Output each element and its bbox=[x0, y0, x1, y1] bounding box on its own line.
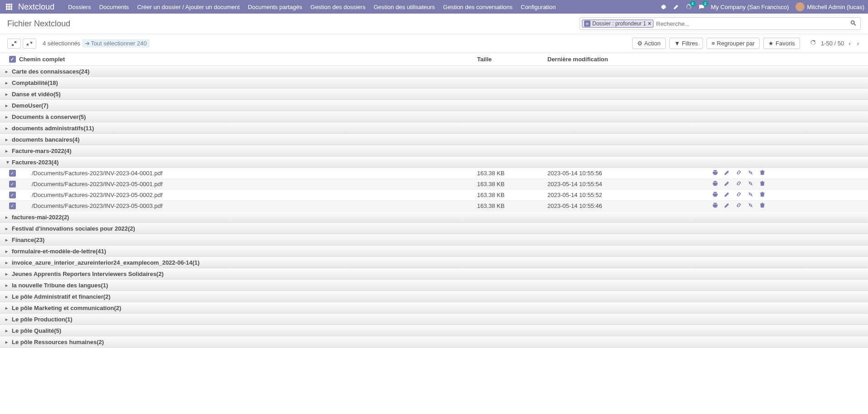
link-icon[interactable] bbox=[736, 202, 742, 210]
group-label: invoice_azure_interior_azureinterior24_e… bbox=[12, 259, 192, 266]
groupby-button[interactable]: ≡Regrouper par bbox=[707, 38, 760, 49]
bug-icon[interactable] bbox=[660, 4, 667, 10]
group-row[interactable]: ▼Factures-2023 (4) bbox=[0, 157, 868, 168]
menu-users[interactable]: Gestion des utilisateurs bbox=[374, 4, 435, 10]
menu-dossiers[interactable]: Dossiers bbox=[68, 4, 91, 10]
svg-rect-2 bbox=[10, 4, 12, 5]
expand-icon[interactable] bbox=[7, 39, 21, 49]
group-row[interactable]: ▸Jeunes Apprentis Reporters Interviewers… bbox=[0, 268, 868, 280]
file-row[interactable]: /Documents/Factures-2023/INV-2023-05-000… bbox=[0, 190, 868, 201]
row-checkbox[interactable] bbox=[9, 192, 16, 198]
unlink-icon[interactable] bbox=[747, 191, 754, 199]
caret-down-icon: ▼ bbox=[5, 160, 11, 165]
brand-title[interactable]: Nextcloud bbox=[18, 2, 54, 12]
edit-icon[interactable] bbox=[724, 169, 730, 177]
row-checkbox[interactable] bbox=[9, 181, 16, 187]
action-button[interactable]: ⚙Action bbox=[632, 38, 666, 49]
chat-icon[interactable]: 2 bbox=[698, 4, 705, 10]
select-all-checkbox[interactable] bbox=[9, 56, 16, 63]
file-row[interactable]: /Documents/Factures-2023/INV-2023-05-000… bbox=[0, 201, 868, 212]
pager-next-icon[interactable]: › bbox=[855, 39, 861, 48]
group-row[interactable]: ▸formulaire-et-modèle-de-lettre (41) bbox=[0, 246, 868, 257]
row-checkbox[interactable] bbox=[9, 202, 16, 209]
group-row[interactable]: ▸Festival d'innovations sociales pour 20… bbox=[0, 223, 868, 234]
col-header-modified[interactable]: Dernière modification bbox=[547, 56, 708, 63]
pager-prev-icon[interactable]: ‹ bbox=[847, 39, 852, 48]
collapse-icon[interactable] bbox=[23, 39, 36, 49]
file-row[interactable]: /Documents/Factures-2023/INV-2023-05-000… bbox=[0, 179, 868, 190]
apps-menu-icon[interactable] bbox=[4, 1, 15, 12]
menu-create[interactable]: Créer un dossier / Ajouter un document bbox=[137, 4, 239, 10]
group-count: (5) bbox=[78, 113, 86, 120]
filters-button[interactable]: ▼Filtres bbox=[669, 38, 703, 49]
group-row[interactable]: ▸Finance (23) bbox=[0, 234, 868, 246]
group-count: (24) bbox=[79, 68, 89, 75]
group-row[interactable]: ▸Carte des connaissaces (24) bbox=[0, 66, 868, 77]
group-row[interactable]: ▸Facture-mars-2022 (4) bbox=[0, 145, 868, 157]
col-header-size[interactable]: Taille bbox=[477, 56, 547, 63]
menu-config[interactable]: Configuration bbox=[521, 4, 556, 10]
menu-folders[interactable]: Gestion des dossiers bbox=[311, 4, 366, 10]
search-icon[interactable] bbox=[848, 20, 858, 28]
group-row[interactable]: ▸documents administratifs (11) bbox=[0, 123, 868, 134]
caret-right-icon: ▸ bbox=[5, 317, 11, 322]
edit-icon[interactable] bbox=[724, 180, 730, 188]
row-checkbox[interactable] bbox=[9, 170, 16, 177]
unlink-icon[interactable] bbox=[747, 180, 754, 188]
edit-icon[interactable] bbox=[724, 191, 730, 199]
group-row[interactable]: ▸Comptabilité (18) bbox=[0, 77, 868, 89]
group-label: Le pôle Marketing et communication bbox=[12, 305, 114, 311]
filter-tag-remove-icon[interactable]: × bbox=[648, 20, 651, 27]
link-icon[interactable] bbox=[736, 180, 742, 188]
search-filter-tag[interactable]: ≡ Dossier : profondeur 1 × bbox=[582, 20, 653, 28]
svg-rect-6 bbox=[6, 8, 8, 10]
group-row[interactable]: ▸invoice_azure_interior_azureinterior24_… bbox=[0, 257, 868, 268]
edit-icon[interactable] bbox=[673, 4, 679, 10]
svg-rect-5 bbox=[10, 6, 12, 8]
unlink-icon[interactable] bbox=[747, 169, 754, 177]
group-row[interactable]: ▸Le pôle Administratif et financier (2) bbox=[0, 291, 868, 302]
trash-icon[interactable] bbox=[759, 169, 766, 177]
svg-rect-7 bbox=[8, 8, 10, 10]
search-input[interactable] bbox=[653, 20, 848, 27]
company-selector[interactable]: My Company (San Francisco) bbox=[711, 4, 789, 10]
menu-conversations[interactable]: Gestion des conversations bbox=[443, 4, 512, 10]
user-menu[interactable]: Mitchell Admin (lucas) bbox=[795, 2, 864, 11]
trash-icon[interactable] bbox=[759, 191, 766, 199]
select-all-link[interactable]: ➔Tout sélectionner 240 bbox=[82, 39, 150, 48]
group-row[interactable]: ▸factures-mai-2022 (2) bbox=[0, 212, 868, 223]
print-icon[interactable] bbox=[712, 169, 718, 177]
pager-refresh-icon[interactable] bbox=[808, 39, 818, 48]
group-row[interactable]: ▸documents bancaires (4) bbox=[0, 134, 868, 145]
menu-shared[interactable]: Documents partagés bbox=[248, 4, 302, 10]
trash-icon[interactable] bbox=[759, 180, 766, 188]
edit-icon[interactable] bbox=[724, 202, 730, 210]
unlink-icon[interactable] bbox=[747, 202, 754, 210]
col-header-path[interactable]: Chemin complet bbox=[19, 56, 477, 63]
favorites-button[interactable]: ★Favoris bbox=[763, 38, 800, 49]
caret-right-icon: ▸ bbox=[5, 69, 11, 74]
link-icon[interactable] bbox=[736, 169, 742, 177]
search-box[interactable]: ≡ Dossier : profondeur 1 × bbox=[580, 17, 861, 30]
group-row[interactable]: ▸Le pôle Marketing et communication (2) bbox=[0, 302, 868, 314]
group-row[interactable]: ▸DemoUser (7) bbox=[0, 100, 868, 111]
group-row[interactable]: ▸Danse et vidéo (5) bbox=[0, 89, 868, 100]
group-row[interactable]: ▸Le pôle Qualité (5) bbox=[0, 325, 868, 336]
pager-text[interactable]: 1-50 / 50 bbox=[821, 40, 844, 47]
refresh-icon[interactable]: 4 bbox=[686, 4, 692, 10]
caret-right-icon: ▸ bbox=[5, 271, 11, 276]
group-row[interactable]: ▸Le pôle Ressources humaines (2) bbox=[0, 336, 868, 348]
trash-icon[interactable] bbox=[759, 202, 766, 210]
print-icon[interactable] bbox=[712, 202, 718, 210]
file-row[interactable]: /Documents/Factures-2023/INV-2023-04-000… bbox=[0, 168, 868, 179]
group-row[interactable]: ▸Documents à conserver (5) bbox=[0, 111, 868, 123]
group-row[interactable]: ▸la nouvelle Tribune des langues (1) bbox=[0, 280, 868, 291]
group-row[interactable]: ▸Le pôle Production (1) bbox=[0, 314, 868, 325]
print-icon[interactable] bbox=[712, 180, 718, 188]
menu-documents[interactable]: Documents bbox=[99, 4, 129, 10]
print-icon[interactable] bbox=[712, 191, 718, 199]
group-label: Festival d'innovations sociales pour 202… bbox=[12, 225, 128, 232]
svg-line-10 bbox=[854, 23, 856, 25]
link-icon[interactable] bbox=[736, 191, 742, 199]
group-label: Le pôle Production bbox=[12, 316, 65, 323]
